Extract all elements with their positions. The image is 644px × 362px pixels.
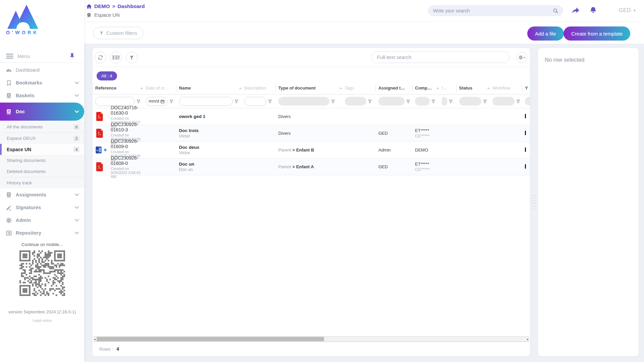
- sidebar-item-doc[interactable]: Doc: [0, 103, 84, 121]
- global-search-input[interactable]: [428, 8, 553, 13]
- sidebar-item-signatures[interactable]: Signatures: [0, 201, 84, 214]
- funnel-icon[interactable]: [268, 99, 272, 104]
- column-arrow-icon: ▸: [239, 85, 242, 90]
- submenu-item-all-documents[interactable]: All the documents 6: [0, 121, 84, 132]
- funnel-icon[interactable]: [234, 99, 238, 104]
- funnel-icon[interactable]: [483, 99, 487, 104]
- hamburger-icon[interactable]: [6, 53, 13, 60]
- search-icon[interactable]: [553, 8, 558, 14]
- breadcrumb-home[interactable]: DEMO: [94, 3, 110, 9]
- submenu-item-espace-un[interactable]: Espace UN 4: [0, 144, 84, 155]
- column-arrow-icon: ▸: [488, 85, 490, 90]
- share-icon[interactable]: [571, 7, 580, 14]
- user-menu[interactable]: GED ▾: [619, 7, 636, 13]
- funnel-icon[interactable]: [449, 99, 453, 104]
- funnel-icon[interactable]: [169, 99, 173, 104]
- submenu-item-sharing-documents[interactable]: Sharing documents: [0, 155, 84, 166]
- custom-filters-button[interactable]: Custom filters: [93, 27, 143, 39]
- column-header-tags[interactable]: ▸Tags: [345, 85, 378, 90]
- column-header-name[interactable]: Name: [179, 85, 245, 90]
- document-assigned: GED: [378, 164, 388, 169]
- sidebar-nav: Dashboard Bookmarks Baskets Doc: [0, 64, 84, 239]
- column-header-workflow[interactable]: ▸Workflow: [492, 85, 525, 90]
- book-icon: [6, 192, 12, 198]
- scrollbar-thumb[interactable]: [97, 337, 324, 341]
- filter-y-disabled: [525, 97, 530, 106]
- column-arrow-icon: ▸: [141, 85, 143, 90]
- sidebar-item-bookmarks[interactable]: Bookmarks: [0, 76, 84, 89]
- submenu-item-deleted-documents[interactable]: Deleted documents: [0, 166, 84, 177]
- calendar-icon: [160, 99, 165, 104]
- create-from-template-button[interactable]: Create from a template: [564, 26, 630, 41]
- filter-button[interactable]: [126, 52, 138, 63]
- fulltext-search-input[interactable]: [372, 54, 509, 60]
- sidebar-item-repository[interactable]: Repository: [0, 227, 84, 239]
- clipped-cell-content: [525, 131, 526, 135]
- breadcrumb-page[interactable]: Dashboard: [118, 3, 145, 9]
- submenu-item-history-track[interactable]: History track: [0, 177, 84, 188]
- pin-icon[interactable]: [69, 53, 75, 59]
- column-header-date[interactable]: ▸Date of cr…: [146, 85, 179, 90]
- horizontal-scrollbar[interactable]: ◂ ▸: [93, 336, 529, 342]
- legal-notice-link[interactable]: Legal notice: [0, 318, 84, 322]
- sidebar-item-assignments[interactable]: Assignments: [0, 188, 84, 201]
- panel-resize-handle[interactable]: [532, 195, 536, 210]
- user-menu-label: GED: [619, 7, 631, 13]
- document-name: Doc un: [179, 162, 245, 167]
- refresh-button[interactable]: [95, 52, 106, 63]
- sidebar-item-admin[interactable]: Admin: [0, 214, 84, 227]
- svg-text:O'WORK: O'WORK: [6, 30, 39, 35]
- home-icon[interactable]: [86, 4, 92, 9]
- submenu-item-espace-deux[interactable]: Espace DEUX 2: [0, 133, 84, 144]
- columns-button[interactable]: ▾: [110, 52, 122, 63]
- document-type: > Enfant A: [292, 164, 314, 169]
- column-header-type[interactable]: Type of document: [278, 85, 345, 90]
- mobile-block: Continue on mobile... version Septembre …: [0, 242, 84, 322]
- column-header-assigned[interactable]: Assigned t…: [378, 85, 415, 90]
- funnel-icon: [129, 55, 134, 60]
- submenu-label: Espace DEUX: [7, 136, 36, 141]
- fulltext-search: [371, 51, 509, 63]
- book-icon: [87, 12, 91, 18]
- table-row[interactable]: DOC230926-01608-0 Created on 9/26/2023 3…: [95, 159, 530, 175]
- table-row[interactable]: DOC240716-01630-0 Created on 7/16/2024 2…: [95, 108, 530, 125]
- table-settings-button[interactable]: ▾: [516, 52, 527, 63]
- document-name: owork ged 1: [179, 114, 245, 119]
- column-header-y[interactable]: Y: [525, 85, 530, 90]
- funnel-icon[interactable]: [431, 99, 435, 104]
- document-type-parent: Parent: [278, 147, 291, 153]
- funnel-icon[interactable]: [331, 99, 335, 104]
- document-name: Doc trois: [179, 128, 245, 133]
- add-file-button[interactable]: Add a file: [527, 26, 564, 41]
- sidebar-item-dashboard[interactable]: Dashboard: [0, 64, 84, 76]
- filter-name-input[interactable]: [179, 97, 233, 106]
- funnel-icon[interactable]: [406, 99, 410, 104]
- svg-text:w: w: [96, 149, 98, 152]
- document-company: ET*****: [415, 128, 442, 133]
- funnel-icon[interactable]: [368, 99, 372, 104]
- sidebar-item-baskets[interactable]: Baskets: [0, 89, 84, 102]
- funnel-icon[interactable]: [516, 99, 520, 104]
- filter-date-input[interactable]: mm/d: [146, 97, 168, 106]
- chevron-down-icon: [75, 193, 79, 196]
- tab-all[interactable]: All : 4: [97, 71, 117, 80]
- gear-icon: [6, 217, 12, 224]
- document-subtitle: Doc un: [179, 167, 245, 172]
- funnel-icon: [99, 31, 104, 36]
- column-arrow-icon: ▸: [437, 85, 439, 90]
- document-type: Divers: [278, 131, 291, 136]
- bell-icon[interactable]: [589, 6, 597, 14]
- scroll-left-icon[interactable]: ◂: [94, 337, 96, 342]
- column-header-description[interactable]: ▸Description: [244, 85, 278, 90]
- filter-description-input[interactable]: [244, 97, 266, 106]
- column-header-i[interactable]: ▸I…: [442, 85, 459, 90]
- document-subtitle: Victor: [179, 133, 245, 138]
- table-row[interactable]: DOC230926-01610-3 Created on 7/16/2024 2…: [95, 125, 530, 142]
- funnel-icon[interactable]: [137, 99, 141, 104]
- clipped-cell-content: [525, 114, 526, 118]
- filter-reference-input[interactable]: [95, 97, 135, 106]
- chevron-down-icon: [75, 110, 79, 113]
- table-row[interactable]: w DOC230926-01609-0 Created on 9/26/2023…: [95, 142, 530, 159]
- column-header-reference[interactable]: Reference: [95, 85, 146, 90]
- scroll-right-icon[interactable]: ▸: [527, 337, 529, 342]
